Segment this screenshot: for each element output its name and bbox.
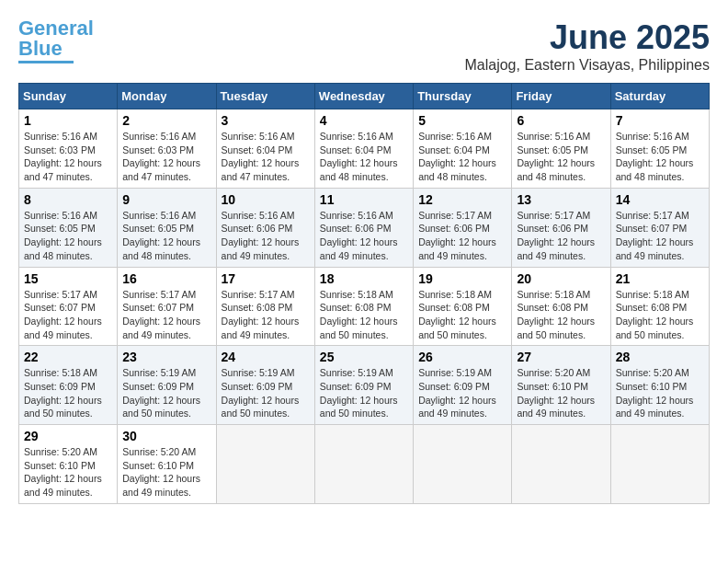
table-cell: 9 Sunrise: 5:16 AM Sunset: 6:05 PM Dayli… [118,188,216,267]
day-number: 26 [418,350,506,364]
logo-blue: Blue [18,37,63,60]
table-cell: 20 Sunrise: 5:18 AM Sunset: 6:08 PM Dayl… [512,267,610,346]
table-cell: 28 Sunrise: 5:20 AM Sunset: 6:10 PM Dayl… [610,346,709,425]
table-cell: 1 Sunrise: 5:16 AM Sunset: 6:03 PM Dayli… [19,109,118,189]
day-number: 4 [320,113,408,128]
month-title: June 2025 [464,18,710,57]
table-cell: 23 Sunrise: 5:19 AM Sunset: 6:09 PM Dayl… [118,346,216,425]
day-info: Sunrise: 5:16 AM Sunset: 6:06 PM Dayligh… [320,209,408,263]
logo: General Blue [18,18,94,63]
day-number: 13 [517,192,605,207]
day-info: Sunrise: 5:20 AM Sunset: 6:10 PM Dayligh… [24,445,112,500]
table-cell: 25 Sunrise: 5:19 AM Sunset: 6:09 PM Dayl… [314,346,413,425]
table-cell: 10 Sunrise: 5:16 AM Sunset: 6:06 PM Dayl… [216,188,314,267]
table-cell: 6 Sunrise: 5:16 AM Sunset: 6:05 PM Dayli… [512,109,610,189]
header-tuesday: Tuesday [216,84,314,109]
table-cell: 5 Sunrise: 5:16 AM Sunset: 6:04 PM Dayli… [414,109,512,189]
day-number: 8 [24,192,112,207]
day-number: 19 [418,271,506,286]
day-number: 22 [24,350,112,364]
day-number: 23 [122,350,210,364]
day-number: 21 [616,271,704,286]
day-number: 1 [24,113,112,128]
table-cell: 22 Sunrise: 5:18 AM Sunset: 6:09 PM Dayl… [19,346,118,425]
day-number: 3 [222,113,310,128]
table-cell [610,425,709,504]
header-friday: Friday [512,84,610,109]
table-cell [314,425,413,504]
day-number: 30 [122,429,210,443]
day-info: Sunrise: 5:17 AM Sunset: 6:07 PM Dayligh… [122,288,210,342]
title-section: June 2025 Malajog, Eastern Visayas, Phil… [464,18,710,74]
day-info: Sunrise: 5:19 AM Sunset: 6:09 PM Dayligh… [122,366,210,420]
table-cell: 17 Sunrise: 5:17 AM Sunset: 6:08 PM Dayl… [216,267,314,346]
header-thursday: Thursday [414,84,512,109]
day-number: 7 [616,113,704,128]
calendar-table: Sunday Monday Tuesday Wednesday Thursday… [18,83,710,504]
day-info: Sunrise: 5:19 AM Sunset: 6:09 PM Dayligh… [418,366,506,420]
table-cell: 12 Sunrise: 5:17 AM Sunset: 6:06 PM Dayl… [414,188,512,267]
table-cell: 11 Sunrise: 5:16 AM Sunset: 6:06 PM Dayl… [314,188,413,267]
day-info: Sunrise: 5:20 AM Sunset: 6:10 PM Dayligh… [517,366,605,420]
table-cell: 21 Sunrise: 5:18 AM Sunset: 6:08 PM Dayl… [610,267,709,346]
day-number: 5 [418,113,506,128]
day-info: Sunrise: 5:19 AM Sunset: 6:09 PM Dayligh… [320,366,408,420]
table-cell: 19 Sunrise: 5:18 AM Sunset: 6:08 PM Dayl… [414,267,512,346]
calendar-week-1: 1 Sunrise: 5:16 AM Sunset: 6:03 PM Dayli… [19,109,710,189]
day-number: 6 [517,113,605,128]
day-info: Sunrise: 5:18 AM Sunset: 6:08 PM Dayligh… [517,288,605,342]
location-title: Malajog, Eastern Visayas, Philippines [464,57,710,74]
table-cell: 16 Sunrise: 5:17 AM Sunset: 6:07 PM Dayl… [118,267,216,346]
table-cell: 8 Sunrise: 5:16 AM Sunset: 6:05 PM Dayli… [19,188,118,267]
header-wednesday: Wednesday [314,84,413,109]
table-cell: 30 Sunrise: 5:20 AM Sunset: 6:10 PM Dayl… [118,425,216,504]
calendar-week-3: 15 Sunrise: 5:17 AM Sunset: 6:07 PM Dayl… [19,267,710,346]
table-cell [414,425,512,504]
header-sunday: Sunday [19,84,118,109]
table-cell: 27 Sunrise: 5:20 AM Sunset: 6:10 PM Dayl… [512,346,610,425]
day-info: Sunrise: 5:16 AM Sunset: 6:05 PM Dayligh… [517,130,605,184]
table-cell: 13 Sunrise: 5:17 AM Sunset: 6:06 PM Dayl… [512,188,610,267]
day-number: 28 [616,350,704,364]
day-number: 24 [222,350,310,364]
day-number: 29 [24,429,112,443]
table-cell: 3 Sunrise: 5:16 AM Sunset: 6:04 PM Dayli… [216,109,314,189]
table-cell: 7 Sunrise: 5:16 AM Sunset: 6:05 PM Dayli… [610,109,709,189]
day-number: 12 [418,192,506,207]
table-cell: 18 Sunrise: 5:18 AM Sunset: 6:08 PM Dayl… [314,267,413,346]
day-info: Sunrise: 5:16 AM Sunset: 6:03 PM Dayligh… [122,130,210,184]
day-info: Sunrise: 5:18 AM Sunset: 6:09 PM Dayligh… [24,366,112,420]
calendar-week-2: 8 Sunrise: 5:16 AM Sunset: 6:05 PM Dayli… [19,188,710,267]
day-info: Sunrise: 5:17 AM Sunset: 6:08 PM Dayligh… [222,288,310,342]
logo-text: General Blue [18,18,94,59]
day-info: Sunrise: 5:20 AM Sunset: 6:10 PM Dayligh… [616,366,704,420]
day-info: Sunrise: 5:16 AM Sunset: 6:05 PM Dayligh… [616,130,704,184]
day-number: 9 [122,192,210,207]
day-number: 11 [320,192,408,207]
day-number: 10 [222,192,310,207]
day-info: Sunrise: 5:16 AM Sunset: 6:05 PM Dayligh… [122,209,210,263]
table-cell: 4 Sunrise: 5:16 AM Sunset: 6:04 PM Dayli… [314,109,413,189]
logo-underline [18,61,74,63]
day-info: Sunrise: 5:18 AM Sunset: 6:08 PM Dayligh… [320,288,408,342]
day-number: 25 [320,350,408,364]
table-cell: 2 Sunrise: 5:16 AM Sunset: 6:03 PM Dayli… [118,109,216,189]
table-cell [216,425,314,504]
day-number: 14 [616,192,704,207]
calendar-week-5: 29 Sunrise: 5:20 AM Sunset: 6:10 PM Dayl… [19,425,710,504]
day-info: Sunrise: 5:17 AM Sunset: 6:06 PM Dayligh… [418,209,506,263]
day-info: Sunrise: 5:18 AM Sunset: 6:08 PM Dayligh… [418,288,506,342]
day-info: Sunrise: 5:16 AM Sunset: 6:03 PM Dayligh… [24,130,112,184]
calendar-header-row: Sunday Monday Tuesday Wednesday Thursday… [19,84,710,109]
day-info: Sunrise: 5:16 AM Sunset: 6:04 PM Dayligh… [418,130,506,184]
day-info: Sunrise: 5:16 AM Sunset: 6:04 PM Dayligh… [320,130,408,184]
day-number: 18 [320,271,408,286]
day-number: 16 [122,271,210,286]
day-number: 15 [24,271,112,286]
day-number: 17 [222,271,310,286]
day-info: Sunrise: 5:16 AM Sunset: 6:04 PM Dayligh… [222,130,310,184]
day-number: 2 [122,113,210,128]
header-saturday: Saturday [610,84,709,109]
day-number: 20 [517,271,605,286]
day-info: Sunrise: 5:20 AM Sunset: 6:10 PM Dayligh… [122,445,210,500]
